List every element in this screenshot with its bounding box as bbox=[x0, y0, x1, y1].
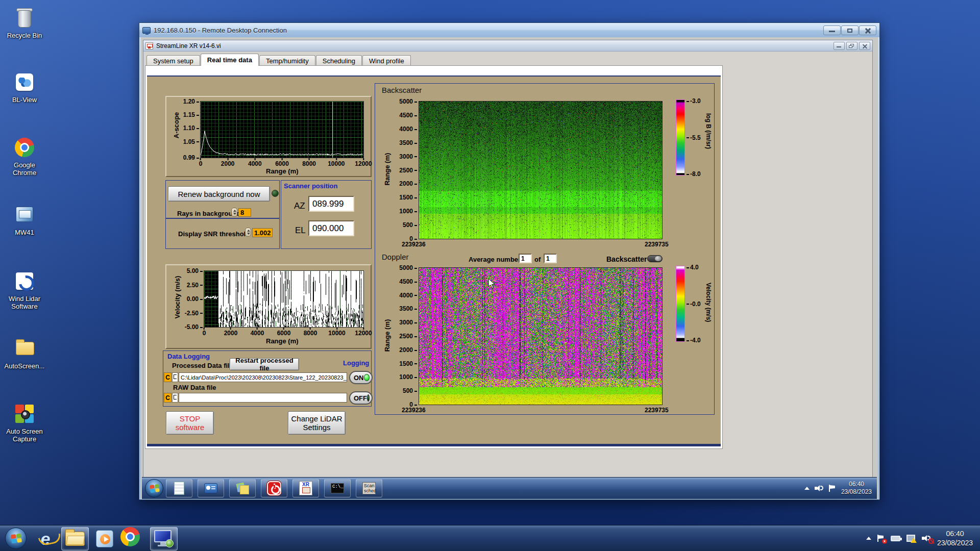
rdp-window: 192.168.0.150 - Remote Desktop Connectio… bbox=[139, 22, 880, 500]
battery-icon[interactable] bbox=[891, 536, 900, 541]
power-stop-icon bbox=[267, 481, 281, 495]
start-button[interactable] bbox=[5, 528, 27, 549]
stop-line2: software bbox=[176, 423, 205, 432]
taskbar-sticky-notes-button[interactable] bbox=[229, 479, 256, 497]
on-led bbox=[364, 374, 370, 381]
rdp-titlebar[interactable]: 192.168.0.150 - Remote Desktop Connectio… bbox=[139, 23, 879, 37]
taskbar-stop-button[interactable] bbox=[261, 479, 287, 497]
stop-software-button[interactable]: STOP software bbox=[166, 411, 214, 435]
backscatter-heatmap[interactable] bbox=[419, 101, 663, 239]
processed-drive-box[interactable]: C bbox=[164, 372, 172, 382]
tab-temp-humidity[interactable]: Temp/humidity bbox=[259, 55, 315, 66]
velocity-plot[interactable] bbox=[204, 270, 364, 328]
network-status-icon[interactable] bbox=[906, 535, 916, 542]
inner-restore-button[interactable] bbox=[846, 42, 857, 50]
change-lidar-settings-button[interactable]: Change LiDAR Settings bbox=[288, 411, 346, 435]
ascope-xlabel: Range (m) bbox=[266, 167, 299, 175]
backscatter-yticks: 5000450040003500300025002000150010005000 bbox=[395, 102, 417, 239]
host-action-center-flag-icon[interactable]: x bbox=[877, 535, 885, 542]
axis-tick: 1.05 bbox=[183, 138, 199, 145]
desktop-icon-recycle-bin[interactable]: Recycle Bin bbox=[2, 6, 47, 39]
desktop-icon-bl-view[interactable]: BL-View bbox=[2, 70, 47, 104]
background-group: Renew background now Rays in background … bbox=[165, 180, 280, 218]
taskbar-remote-desktop-button[interactable] bbox=[150, 527, 178, 550]
ascope-chart-frame: A-scope 1.201.151.101.050.99 02000400060… bbox=[165, 96, 372, 177]
tab-scheduling[interactable]: Scheduling bbox=[316, 55, 362, 66]
axis-tick: 1000 bbox=[399, 208, 417, 215]
remote-clock[interactable]: 06:40 23/08/2023 bbox=[841, 481, 872, 496]
axis-tick: 500 bbox=[403, 387, 417, 394]
of-label: of bbox=[534, 256, 541, 263]
streamline-titlebar[interactable]: StreamLine XR v14-6.vi bbox=[143, 40, 872, 52]
axis-tick: -4.0 bbox=[687, 337, 701, 344]
action-center-flag-icon[interactable] bbox=[829, 485, 836, 492]
ascope-plot[interactable] bbox=[200, 101, 364, 158]
auto-screen-capture-icon bbox=[13, 402, 36, 425]
chrome-taskbar-icon bbox=[125, 530, 143, 548]
raw-logging-off-button[interactable]: OFF bbox=[349, 391, 373, 405]
taskbar-windows-explorer-button[interactable] bbox=[61, 527, 89, 550]
host-volume-muted-icon[interactable] bbox=[922, 535, 931, 542]
doppler-colorbar bbox=[676, 266, 685, 342]
raw-drive-box[interactable]: C bbox=[164, 393, 172, 403]
processed-path-field[interactable]: C:\Lidar\Data\Proc\2023\202308\20230823\… bbox=[179, 372, 347, 382]
axis-tick: 12000 bbox=[355, 330, 372, 337]
snr-value[interactable]: 1.002 bbox=[252, 228, 273, 237]
tab-real-time-data[interactable]: Real time data bbox=[201, 54, 259, 66]
desktop-icon-label: BL-View bbox=[2, 96, 47, 104]
volume-icon[interactable] bbox=[815, 485, 824, 492]
host-show-hidden-icons-arrow[interactable] bbox=[866, 537, 871, 540]
backscatter-toggle[interactable] bbox=[647, 255, 663, 262]
show-hidden-icons-arrow[interactable] bbox=[804, 487, 810, 490]
tab-system-setup[interactable]: System setup bbox=[146, 55, 200, 66]
rays-spinner[interactable] bbox=[231, 208, 237, 217]
maximize-button[interactable] bbox=[841, 26, 859, 35]
inner-minimize-button[interactable] bbox=[834, 42, 845, 50]
snr-spinner[interactable] bbox=[245, 228, 251, 237]
desktop-icon-autoscreen[interactable]: AutoScreen... bbox=[2, 337, 47, 370]
axis-tick: 8000 bbox=[304, 330, 317, 337]
el-field[interactable]: 090.000 bbox=[308, 220, 354, 236]
axis-tick: 2000 bbox=[399, 180, 417, 187]
raw-browse-icon[interactable] bbox=[172, 393, 178, 403]
close-button[interactable] bbox=[859, 26, 876, 35]
host-clock[interactable]: 06:40 23/08/2023 bbox=[937, 529, 973, 547]
inner-close-button[interactable] bbox=[859, 42, 870, 50]
taskbar-system-settings-button[interactable] bbox=[198, 479, 224, 497]
average-number-label: Average number bbox=[469, 256, 521, 263]
folder-icon bbox=[13, 337, 36, 360]
desktop-icon-mw41[interactable]: MW41 bbox=[2, 203, 47, 236]
raw-path-field[interactable] bbox=[179, 393, 347, 403]
desktop-icon-auto-screen-capture[interactable]: Auto Screen Capture bbox=[2, 402, 47, 443]
taskbar-notepad-button[interactable] bbox=[166, 479, 192, 497]
desktop-icon-label: Auto Screen Capture bbox=[2, 428, 47, 443]
processed-logging-on-button[interactable]: ON bbox=[349, 371, 373, 384]
taskbar-scan-sched-button[interactable]: Scan sched bbox=[356, 479, 382, 497]
taskbar-media-player-button[interactable] bbox=[91, 527, 118, 550]
stop-line1: STOP bbox=[180, 414, 201, 423]
velocity-yticks: 5.002.500.00-2.50-5.00 bbox=[172, 271, 203, 327]
renew-background-button[interactable]: Renew background now bbox=[168, 186, 270, 202]
average-number-field[interactable]: 1 bbox=[519, 254, 532, 263]
desktop-icon-wind-lidar[interactable]: Wind Lidar Software bbox=[2, 269, 47, 310]
az-field[interactable]: 089.999 bbox=[308, 196, 354, 212]
desktop-icon-google-chrome[interactable]: Google Chrome bbox=[2, 136, 47, 177]
control-panel: A-scope 1.201.151.101.050.99 02000400060… bbox=[147, 76, 721, 446]
processed-browse-icon[interactable] bbox=[172, 372, 178, 382]
axis-tick: 2.50 bbox=[187, 282, 203, 289]
average-total-field[interactable]: 1 bbox=[544, 254, 557, 263]
axis-tick: 3000 bbox=[399, 319, 417, 326]
restart-processed-file-button[interactable]: Restart processed file bbox=[230, 358, 299, 370]
taskbar-chrome-button[interactable] bbox=[120, 527, 148, 550]
doppler-heatmap[interactable] bbox=[419, 267, 663, 405]
taskbar-cmd-button[interactable]: C:\_ bbox=[324, 479, 351, 497]
doppler-colorbar-ticks: 4.0-0.0-4.0 bbox=[687, 267, 707, 340]
minimize-button[interactable] bbox=[823, 26, 841, 35]
rays-value[interactable]: 8 bbox=[238, 208, 251, 217]
tab-wind-profile[interactable]: Wind profile bbox=[362, 55, 411, 66]
host-date: 23/08/2023 bbox=[937, 538, 973, 547]
snr-group: Display SNR threshold 1.002 bbox=[165, 218, 280, 249]
taskbar-xr-app-button[interactable]: XR bbox=[292, 479, 319, 497]
taskbar-internet-explorer-button[interactable]: e bbox=[32, 527, 59, 550]
remote-start-button[interactable] bbox=[145, 479, 163, 497]
